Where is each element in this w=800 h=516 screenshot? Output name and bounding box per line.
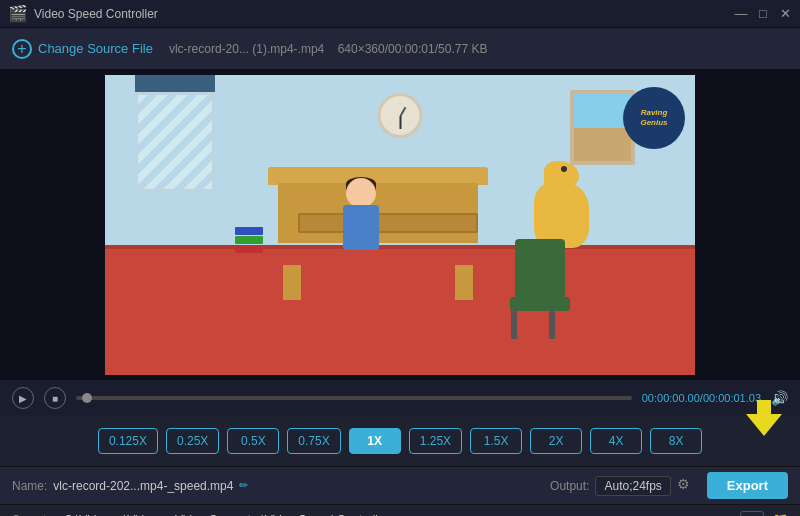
export-arrow-decoration: [746, 400, 782, 436]
clock-body: [378, 93, 423, 138]
minimize-button[interactable]: —: [734, 7, 748, 21]
stop-button[interactable]: ■: [44, 387, 66, 409]
logo-line2: Genius: [640, 118, 667, 128]
window-decoration: [135, 75, 215, 195]
chair-leg-right: [511, 309, 517, 339]
bg-floor: [105, 249, 695, 375]
chair-back: [515, 239, 565, 299]
file-name: vlc-record-20... (1).mp4-.mp4: [169, 42, 324, 56]
app-icon: 🎬: [8, 4, 28, 23]
title-bar-left: 🎬 Video Speed Controller: [8, 4, 158, 23]
name-section: Name: vlc-record-202...mp4-_speed.mp4 ✏: [12, 479, 540, 493]
browse-button[interactable]: ···: [740, 511, 764, 517]
speed-125x-button[interactable]: 1.25X: [409, 428, 462, 454]
speed-bar: 0.125X 0.25X 0.5X 0.75X 1X 1.25X 1.5X 2X…: [0, 416, 800, 466]
boy-body: [343, 205, 379, 250]
name-value: vlc-record-202...mp4-_speed.mp4: [53, 479, 233, 493]
save-label: Save to:: [12, 513, 56, 517]
chair-leg-left: [549, 309, 555, 339]
file-meta: 640×360/00:00:01/50.77 KB: [338, 42, 488, 56]
cartoon-scene: Raving Genius: [105, 75, 695, 375]
export-button[interactable]: Export: [707, 472, 788, 499]
boy-head: [346, 178, 376, 208]
book-green: [235, 236, 263, 244]
progress-bar[interactable]: [76, 396, 632, 400]
clock-decoration: [378, 93, 423, 138]
desk-leg-right: [455, 265, 473, 300]
time-display: 00:00:00.00/00:00:01.03: [642, 392, 761, 404]
speed-075x-button[interactable]: 0.75X: [287, 428, 340, 454]
speed-025x-button[interactable]: 0.25X: [166, 428, 219, 454]
speed-2x-button[interactable]: 2X: [530, 428, 582, 454]
speed-1x-button[interactable]: 1X: [349, 428, 401, 454]
folder-icon[interactable]: 📁: [772, 512, 788, 516]
painting-inner: [574, 94, 631, 161]
desk-leg-left: [283, 265, 301, 300]
settings-icon[interactable]: ⚙: [677, 476, 697, 496]
app-title: Video Speed Controller: [34, 7, 158, 21]
clock-minute-hand: [399, 116, 401, 129]
close-button[interactable]: ✕: [778, 7, 792, 21]
speed-8x-button[interactable]: 8X: [650, 428, 702, 454]
title-bar-controls: — □ ✕: [734, 7, 792, 21]
raving-genius-logo: Raving Genius: [623, 87, 685, 149]
speed-05x-button[interactable]: 0.5X: [227, 428, 279, 454]
book-stack: [235, 227, 263, 253]
file-info: vlc-record-20... (1).mp4-.mp4 640×360/00…: [169, 42, 488, 56]
top-bar: + Change Source File vlc-record-20... (1…: [0, 28, 800, 70]
bottom-bar: Name: vlc-record-202...mp4-_speed.mp4 ✏ …: [0, 466, 800, 504]
maximize-button[interactable]: □: [756, 7, 770, 21]
output-label: Output:: [550, 479, 589, 493]
dino-eye: [561, 166, 567, 172]
save-path: C:\Vidmore\Vidmore Video Converter\Video…: [64, 513, 732, 517]
output-section: Output: Auto;24fps ⚙: [550, 476, 697, 496]
progress-dot: [82, 393, 92, 403]
speed-15x-button[interactable]: 1.5X: [470, 428, 522, 454]
arrow-shaft: [757, 400, 771, 414]
title-bar: 🎬 Video Speed Controller — □ ✕: [0, 0, 800, 28]
name-label: Name:: [12, 479, 47, 493]
book-red: [235, 245, 263, 253]
video-area: Raving Genius: [0, 70, 800, 380]
save-bar: Save to: C:\Vidmore\Vidmore Video Conver…: [0, 504, 800, 516]
play-button[interactable]: ▶: [12, 387, 34, 409]
down-arrow-icon: [746, 414, 782, 436]
window-panel: [135, 92, 215, 192]
output-value: Auto;24fps: [595, 476, 670, 496]
plus-circle-icon: +: [12, 39, 32, 59]
speed-4x-button[interactable]: 4X: [590, 428, 642, 454]
logo-line1: Raving: [641, 108, 668, 118]
change-source-button[interactable]: + Change Source File: [12, 39, 153, 59]
playback-bar: ▶ ■ 00:00:00.00/00:00:01.03 🔊: [0, 380, 800, 416]
change-source-label: Change Source File: [38, 41, 153, 56]
desk-drawer: [298, 213, 478, 233]
window-top: [135, 75, 215, 92]
speed-0125x-button[interactable]: 0.125X: [98, 428, 158, 454]
edit-name-icon[interactable]: ✏: [239, 479, 248, 492]
book-blue: [235, 227, 263, 235]
clock-hour-hand: [399, 106, 406, 116]
chair-seat: [510, 297, 570, 311]
